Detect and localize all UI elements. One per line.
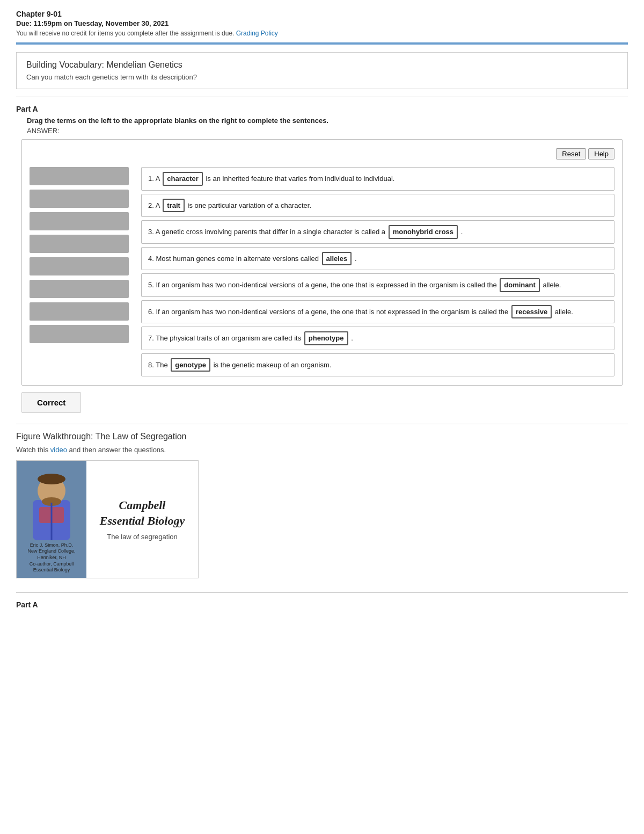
- video-brand: Campbell Essential Biology: [100, 498, 185, 528]
- drag-tile-8[interactable]: [30, 325, 129, 343]
- sentence-row-1: 1. A character is an inherited feature t…: [141, 167, 614, 191]
- sentence-3-before: 3. A genetic cross involving parents tha…: [148, 228, 387, 236]
- blank-5[interactable]: dominant: [500, 278, 540, 292]
- credit-notice: You will receive no credit for items you…: [16, 30, 628, 37]
- sentence-row-4: 4. Most human genes come in alternate ve…: [141, 247, 614, 271]
- top-divider: [16, 42, 628, 45]
- part-a-instruction: Drag the terms on the left to the approp…: [16, 117, 628, 125]
- sentence-4-after: .: [355, 255, 357, 263]
- dd-top-bar: Reset Help: [30, 148, 614, 159]
- sentence-row-8: 8. The genotype is the genetic makeup of…: [141, 353, 614, 377]
- sentence-2-before: 2. A: [148, 201, 162, 209]
- part-a-label: Part A: [16, 105, 628, 113]
- building-vocabulary-card: Building Vocabulary: Mendelian Genetics …: [16, 52, 628, 89]
- person-affiliation: New England College, Henniker, NH: [27, 548, 75, 560]
- person-illustration: [27, 470, 76, 540]
- sentence-row-3: 3. A genetic cross involving parents tha…: [141, 220, 614, 244]
- bottom-part-section: Part A: [0, 593, 644, 609]
- drag-drop-container: Reset Help 1. A character is an i: [21, 139, 623, 386]
- sentence-7-before: 7. The physical traits of an organism ar…: [148, 334, 303, 342]
- blank-7[interactable]: phenotype: [304, 331, 348, 345]
- blank-4[interactable]: alleles: [322, 252, 352, 266]
- video-brand-line2: Essential Biology: [100, 514, 185, 527]
- watch-text-after: and then answer the questions.: [69, 446, 166, 454]
- answer-label: ANSWER:: [16, 127, 628, 135]
- due-date: Due: 11:59pm on Tuesday, November 30, 20…: [16, 19, 628, 27]
- sentence-4-before: 4. Most human genes come in alternate ve…: [148, 255, 321, 263]
- sentence-row-7: 7. The physical traits of an organism ar…: [141, 327, 614, 350]
- video-brand-line1: Campbell: [119, 498, 166, 512]
- bottom-part-label: Part A: [16, 600, 628, 609]
- sentence-3-after: .: [461, 228, 463, 236]
- help-button[interactable]: Help: [588, 148, 614, 159]
- sentence-1-after: is an inherited feature that varies from…: [206, 175, 394, 183]
- blank-1[interactable]: character: [163, 172, 203, 186]
- drag-tile-2[interactable]: [30, 190, 129, 208]
- dd-content: 1. A character is an inherited feature t…: [30, 167, 614, 376]
- blank-2[interactable]: trait: [163, 199, 185, 213]
- sentence-5-after: allele.: [543, 281, 561, 289]
- sentence-6-after: allele.: [555, 308, 573, 316]
- sentence-row-6: 6. If an organism has two non-identical …: [141, 300, 614, 324]
- video-subtitle: The law of segregation: [107, 533, 178, 541]
- correct-button[interactable]: Correct: [21, 392, 81, 413]
- video-link[interactable]: video: [50, 446, 67, 454]
- sentence-row-2: 2. A trait is one particular variation o…: [141, 194, 614, 217]
- drag-tile-1[interactable]: [30, 167, 129, 185]
- sentence-2-after: is one particular variation of a charact…: [188, 201, 312, 209]
- building-vocabulary-title: Building Vocabulary: Mendelian Genetics: [26, 60, 618, 70]
- drag-tile-7[interactable]: [30, 302, 129, 321]
- svg-point-2: [38, 474, 65, 484]
- sentence-5-before: 5. If an organism has two non-identical …: [148, 281, 499, 289]
- watch-instructions: Watch this video and then answer the que…: [16, 446, 628, 454]
- sentences-panel: 1. A character is an inherited feature t…: [141, 167, 614, 376]
- credit-notice-text: You will receive no credit for items you…: [16, 30, 234, 37]
- sentence-1-before: 1. A: [148, 175, 162, 183]
- video-inner: Eric J. Simon, Ph.D. New England College…: [17, 461, 198, 578]
- chapter-title: Chapter 9-01: [16, 10, 628, 18]
- grading-policy-link[interactable]: Grading Policy: [236, 30, 278, 37]
- header: Chapter 9-01 Due: 11:59pm on Tuesday, No…: [0, 0, 644, 42]
- sentence-row-5: 5. If an organism has two non-identical …: [141, 273, 614, 297]
- person-name: Eric J. Simon, Ph.D.: [30, 542, 74, 548]
- watch-text-before: Watch this: [16, 446, 48, 454]
- drag-tile-3[interactable]: [30, 212, 129, 230]
- blank-6[interactable]: recessive: [511, 305, 552, 319]
- sentence-8-before: 8. The: [148, 361, 170, 369]
- sentence-7-after: .: [351, 334, 353, 342]
- building-vocabulary-desc: Can you match each genetics term with it…: [26, 73, 618, 81]
- drag-tiles-panel: [30, 167, 131, 376]
- figure-walkthrough-title: Figure Walkthrough: The Law of Segregati…: [16, 432, 628, 441]
- blank-8[interactable]: genotype: [171, 358, 210, 372]
- blank-3[interactable]: monohybrid cross: [389, 225, 458, 239]
- video-thumbnail[interactable]: Eric J. Simon, Ph.D. New England College…: [16, 460, 199, 578]
- person-role: Co-author, Campbell Essential Biology: [30, 561, 74, 573]
- sentence-6-before: 6. If an organism has two non-identical …: [148, 308, 510, 316]
- sentence-8-after: is the genetic makeup of an organism.: [214, 361, 332, 369]
- reset-button[interactable]: Reset: [556, 148, 586, 159]
- drag-tile-4[interactable]: [30, 235, 129, 253]
- drag-tile-6[interactable]: [30, 280, 129, 298]
- part-a-section: Part A Drag the terms on the left to the…: [0, 97, 644, 424]
- figure-walkthrough-section: Figure Walkthrough: The Law of Segregati…: [16, 424, 628, 586]
- video-right-panel: Campbell Essential Biology The law of se…: [86, 461, 198, 578]
- video-left-panel: Eric J. Simon, Ph.D. New England College…: [17, 461, 86, 578]
- drag-tile-5[interactable]: [30, 257, 129, 275]
